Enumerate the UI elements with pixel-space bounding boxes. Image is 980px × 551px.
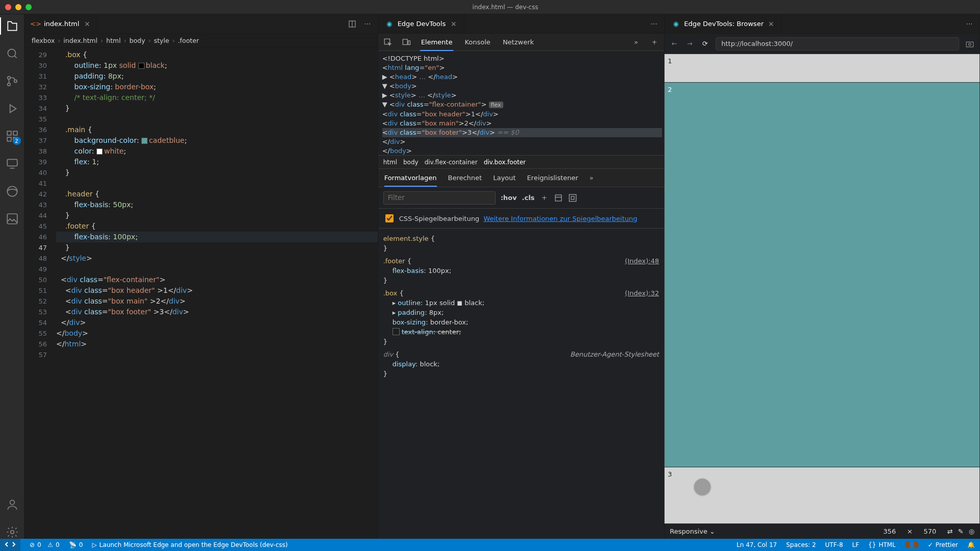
svg-rect-18 [570,194,577,202]
devtools-tabs: ElementeKonsoleNetzwerk [420,38,535,46]
svg-point-9 [7,186,17,196]
styles-rules[interactable]: element.style {}.footer {(Index):48flex-… [378,229,665,539]
svg-rect-19 [571,196,574,199]
source-control-icon[interactable] [6,74,19,88]
dom-crumb-item[interactable]: div.flex-container [425,159,478,166]
encoding[interactable]: UTF-8 [825,541,843,548]
more-icon[interactable]: ⋯ [965,20,973,28]
breadcrumb-item[interactable]: body [129,37,145,44]
breadcrumb[interactable]: flexbox›index.html›html›body›style›.foot… [24,34,378,48]
close-window[interactable] [5,4,11,10]
styles-subtab[interactable]: Ereignislistener [527,174,578,182]
devtools-tab[interactable]: Elemente [420,38,454,51]
activity-bar: 2 [0,14,24,539]
filter-input[interactable] [383,191,496,205]
back-icon[interactable]: ← [670,39,679,48]
indent[interactable]: Spaces: 2 [786,541,816,548]
breadcrumb-item[interactable]: flexbox [32,37,55,44]
edge-tools-icon[interactable] [6,185,19,198]
styles-subtab[interactable]: Layout [493,174,516,182]
port-forward[interactable]: 📡 0 [69,541,83,548]
svg-rect-20 [966,42,973,47]
viewport-height[interactable]: 570 [918,527,942,537]
browser-viewport[interactable]: 1 2 3 [665,54,979,523]
cls-button[interactable]: .cls [522,194,534,202]
more-icon[interactable]: ⋯ [363,20,372,28]
responsive-selector[interactable]: Responsive ⌄ [670,528,715,535]
dom-tree[interactable]: <!DOCTYPE html> <html lang="en"> ▶ <head… [378,51,665,156]
new-style-icon[interactable]: + [540,193,549,203]
eyedropper-icon[interactable]: ✎ [958,528,964,535]
close-icon[interactable]: + [768,20,775,28]
css-mirror-label: CSS-Spiegelbearbeitung [399,215,480,222]
browser-panel: ◉ Edge DevTools: Browser + ⋯ ← → ⟳ http:… [665,14,980,539]
devtools-tab[interactable]: Netzwerk [502,38,535,46]
screenshot-icon[interactable] [965,39,974,48]
urlbar[interactable]: http://localhost:3000/ [716,37,959,51]
explorer-icon[interactable] [6,19,19,33]
dom-crumb-item[interactable]: div.box.footer [484,159,526,166]
eol[interactable]: LF [852,541,860,548]
styles-subtab[interactable]: Berechnet [448,174,482,182]
svg-rect-6 [7,137,11,141]
launch-edge-button[interactable]: ▷ Launch Microsoft Edge and open the Edg… [92,541,287,548]
editor-tabs: <> index.html + ⋯ [24,14,378,34]
tab-browser[interactable]: ◉ Edge DevTools: Browser + [665,14,782,33]
css-mirror-link[interactable]: Weitere Informationen zur Spiegelbearbei… [483,215,637,222]
css-mirror-checkbox[interactable] [385,214,394,222]
target-icon[interactable]: ◎ [969,528,974,535]
dom-breadcrumb[interactable]: htmlbodydiv.flex-containerdiv.box.footer [378,156,665,169]
prettier-status[interactable]: ✓ Prettier [928,541,958,548]
hov-button[interactable]: :hov [501,194,517,202]
dom-crumb-item[interactable]: html [383,159,397,166]
settings-icon[interactable] [6,525,19,539]
go-live-icon[interactable]: 👤 [905,541,919,548]
account-icon[interactable] [6,498,19,511]
edge-icon: ◉ [385,20,394,28]
svg-rect-15 [403,39,407,45]
rotate-icon[interactable]: ⇄ [947,528,953,535]
breadcrumb-item[interactable]: index.html [63,37,97,44]
reload-icon[interactable]: ⟳ [700,39,709,48]
remote-explorer-icon[interactable] [6,157,19,170]
more-tabs-icon[interactable]: » [631,38,641,47]
breadcrumb-item[interactable]: style [154,37,169,44]
close-icon[interactable]: + [450,20,457,28]
forward-icon[interactable]: → [685,39,694,48]
minimize-window[interactable] [15,4,21,10]
extensions-icon[interactable]: 2 [6,130,19,143]
search-icon[interactable] [6,47,19,60]
dom-crumb-item[interactable]: body [403,159,419,166]
tab-devtools[interactable]: ◉ Edge DevTools + [378,14,465,33]
notifications-icon[interactable]: 🔔 [967,541,975,548]
new-tab-icon[interactable]: + [650,38,659,47]
breadcrumb-item[interactable]: html [106,37,120,44]
close-icon[interactable]: + [83,20,90,28]
browser-status: Responsive ⌄ 356 × 570 ⇄ ✎ ◎ [665,523,979,539]
more-icon[interactable]: ⋯ [650,20,658,28]
box-model-icon[interactable] [568,193,577,203]
remote-button[interactable] [0,539,20,551]
maximize-window[interactable] [26,4,32,10]
cursor-indicator [694,479,710,495]
device-toolbar-icon[interactable] [402,38,411,47]
computed-toggle-icon[interactable] [554,193,563,203]
tab-index-html[interactable]: <> index.html + [24,14,98,33]
more-subtabs-icon[interactable]: » [590,174,594,182]
styles-subtab[interactable]: Formatvorlagen [384,174,437,187]
breadcrumb-item[interactable]: .footer [178,37,199,44]
svg-point-12 [10,531,14,534]
errors-count[interactable]: ⊘ 0 ⚠ 0 [30,541,60,548]
svg-rect-14 [384,39,390,44]
inspect-element-icon[interactable] [383,38,393,47]
html-icon: <> [32,20,40,28]
split-editor-icon[interactable] [348,20,356,28]
cursor-position[interactable]: Ln 47, Col 17 [737,541,777,548]
run-debug-icon[interactable] [6,102,19,115]
language-mode[interactable]: {} HTML [868,541,896,548]
devtools-tab[interactable]: Konsole [463,38,491,46]
svg-rect-4 [7,131,11,135]
image-preview-icon[interactable] [6,212,19,226]
code-editor[interactable]: 2930313233343536373839404142434445464748… [24,48,378,539]
viewport-width[interactable]: 356 [877,527,902,537]
